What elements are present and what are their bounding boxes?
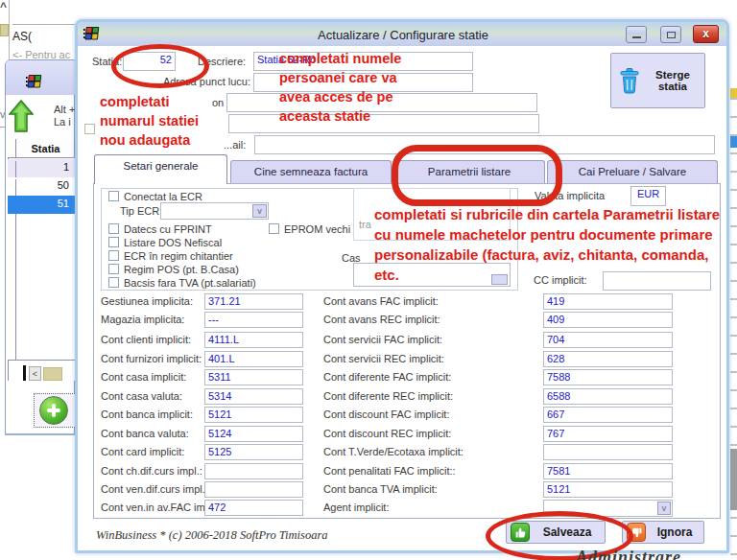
valuta-input[interactable]: EUR	[630, 186, 666, 206]
grid-scroll-left-button[interactable]: <	[29, 366, 41, 381]
chevron-down-icon[interactable]: v	[657, 502, 671, 515]
account-label: Cont casa valuta:	[101, 390, 182, 402]
account-input[interactable]: 628	[543, 351, 673, 367]
account-input[interactable]: 5124	[204, 426, 303, 442]
annotation-note3: completati si rubricile din cartela Para…	[374, 204, 720, 285]
account-label: Magazia implicita:	[101, 314, 184, 325]
account-input[interactable]: 401.L	[204, 351, 303, 367]
plus-icon	[39, 396, 68, 425]
account-input[interactable]: 409	[543, 312, 673, 328]
datecs-checkbox[interactable]	[108, 223, 119, 234]
right-strip-yellow-marker	[730, 88, 737, 98]
ignora-button[interactable]: Ignora	[622, 521, 704, 544]
account-input[interactable]: 419	[543, 293, 673, 310]
minimize-button[interactable]	[626, 26, 647, 43]
add-station-button[interactable]	[34, 393, 77, 428]
account-input[interactable]	[543, 444, 673, 460]
datecs-label: Datecs cu FPRINT	[124, 223, 212, 235]
khaki-swatch	[0, 24, 9, 36]
account-input[interactable]: 704	[543, 332, 673, 348]
conectat-ecr-checkbox[interactable]	[108, 191, 119, 201]
tab-cine-semneaza[interactable]: Cine semneaza factura	[230, 160, 392, 184]
regim-pos-checkbox[interactable]	[108, 264, 119, 274]
telefon-label: on	[212, 97, 224, 108]
account-input[interactable]: ---	[204, 312, 303, 328]
account-label: Cont ch.dif.curs impl.:	[101, 465, 202, 477]
station-row[interactable]: 50	[8, 177, 75, 197]
station-row-value: 50	[15, 179, 73, 196]
maximize-button[interactable]	[660, 26, 681, 43]
conectat-ecr-label: Conectat la ECR	[124, 191, 202, 202]
station-row[interactable]: 1	[8, 159, 75, 178]
listare-dos-checkbox[interactable]	[108, 237, 119, 247]
account-input[interactable]: 5314	[204, 388, 303, 405]
account-input[interactable]: 371.21	[204, 293, 303, 310]
ecr-chitantier-checkbox[interactable]	[108, 250, 119, 261]
annotation-ellipse-statia	[111, 44, 209, 88]
account-label: Cont discount FAC implicit:	[323, 408, 449, 420]
station-row-empty	[8, 341, 75, 361]
alt-hint-line2: La i	[54, 116, 71, 128]
account-label: Cont banca implicit:	[101, 408, 193, 420]
station-row-empty	[8, 305, 75, 324]
station-row-value: 51	[15, 198, 73, 214]
account-label: Cont penalitati FAC implicit::	[323, 465, 456, 477]
account-label: Cont discount REC implicit:	[323, 428, 451, 439]
nou-adaugata-checkbox[interactable]	[84, 124, 95, 134]
account-input[interactable]: 5311	[204, 369, 303, 385]
station-grid-header-label: Statia	[15, 139, 75, 158]
account-input[interactable]	[204, 463, 303, 479]
account-label: Cont card implicit:	[101, 446, 184, 457]
tip-ecr-label: Tip ECR:	[120, 205, 162, 217]
account-label: Agent implicit:	[323, 502, 389, 513]
ignora-label: Ignora	[646, 525, 703, 539]
station-row-empty	[8, 232, 75, 251]
green-up-arrow-icon[interactable]	[9, 100, 34, 134]
asc-label: AS(	[12, 30, 32, 43]
email-label: ...ail:	[224, 139, 246, 151]
tab-cai-preluare[interactable]: Cai Preluare / Salvare	[547, 160, 718, 184]
tranzit-partial-label: tra	[359, 219, 371, 230]
chevron-down-icon[interactable]: v	[252, 204, 267, 218]
sterge-statia-button[interactable]: Sterge statia	[610, 53, 705, 108]
tip-ecr-dropdown[interactable]: v	[160, 202, 269, 220]
windows-logo-icon	[83, 25, 100, 42]
annotation-note1: completati numele persoanei care va avea…	[279, 49, 401, 126]
account-label: Cont servicii FAC implicit:	[323, 334, 442, 345]
account-label: Cont avans FAC implicit:	[323, 295, 439, 307]
station-row-empty	[8, 268, 75, 288]
account-input[interactable]: 6588	[543, 388, 673, 405]
account-input[interactable]: 667	[543, 407, 673, 423]
account-input[interactable]: 4111.L	[204, 332, 303, 348]
account-input[interactable]	[204, 481, 303, 498]
grid-scroll-cursor	[23, 365, 26, 381]
account-input[interactable]: 7588	[543, 369, 673, 385]
tab-setari-generale[interactable]: Setari generale	[94, 154, 227, 184]
bacsis-checkbox[interactable]	[108, 277, 119, 288]
eprom-checkbox[interactable]	[269, 223, 279, 234]
account-input[interactable]: 7581	[543, 463, 673, 479]
account-input[interactable]: 5125	[204, 444, 303, 460]
station-grid-vline	[15, 214, 16, 360]
station-grid-header[interactable]: Statia	[8, 139, 75, 158]
collapse-caret-icon[interactable]: ^	[0, 0, 7, 13]
ecr-chitantier-label: ECR în regim chitantier	[124, 250, 233, 262]
statusbar-text: WinBusiness * (c) 2006-2018 SoftPro Timi…	[96, 528, 328, 543]
grid-scroll-thumb[interactable]	[43, 367, 62, 381]
account-label: Cont T.Verde/Ecotaxa implicit:	[323, 446, 464, 457]
station-row-selected[interactable]: 51	[8, 196, 75, 215]
station-row-value: 1	[15, 161, 73, 177]
close-button[interactable]: x	[693, 25, 719, 43]
station-row-empty	[8, 250, 75, 269]
minimize-icon	[632, 36, 641, 38]
right-strip-blue-marker	[730, 136, 737, 148]
account-label: Cont banca valuta:	[101, 428, 189, 439]
bacsis-label: Bacsis fara TVA (pt.salariati)	[124, 277, 256, 289]
eprom-label: EPROM vechi	[284, 223, 350, 235]
account-input[interactable]: 472	[204, 500, 303, 516]
account-label: Cont diferente FAC implicit:	[323, 371, 451, 383]
account-input[interactable]: 5121	[204, 407, 303, 423]
account-input[interactable]: 5121	[543, 481, 673, 498]
account-label: Cont casa implicit:	[101, 371, 186, 383]
account-input[interactable]: 767	[543, 426, 673, 442]
